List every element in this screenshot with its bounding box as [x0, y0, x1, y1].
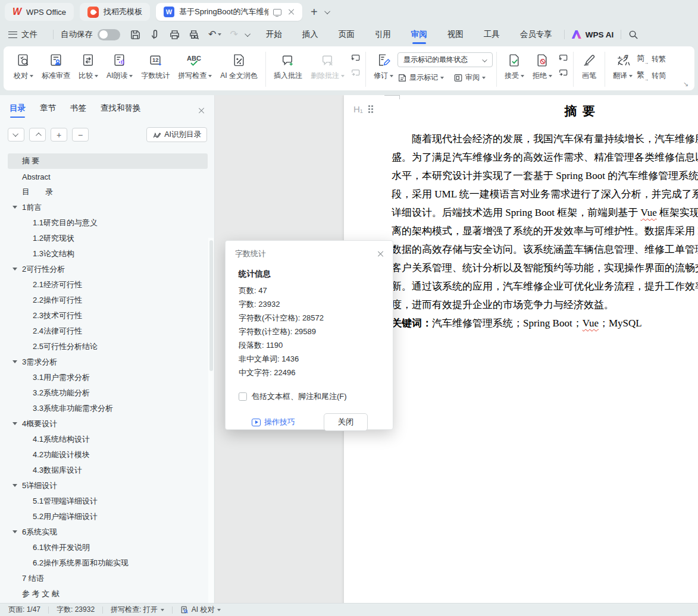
- toc-item[interactable]: 3.1用户需求分析: [8, 370, 208, 385]
- tab-wps-office[interactable]: W WPS Office: [5, 3, 74, 21]
- menu-tab-页面[interactable]: 页面: [339, 24, 355, 45]
- toc-item[interactable]: 摘 要: [8, 153, 208, 169]
- hamburger-menu-icon[interactable]: [8, 32, 17, 38]
- include-footnotes-option[interactable]: 包括文本框、脚注和尾注(F): [239, 391, 380, 402]
- ai-recognize-toc-button[interactable]: AI识别目录: [146, 127, 207, 142]
- menu-tab-视图[interactable]: 视图: [447, 24, 464, 45]
- toc-item[interactable]: 2.1经济可行性: [8, 277, 208, 293]
- delete-comment-button[interactable]: 删除批注: [306, 51, 349, 82]
- reject-button[interactable]: 拒绝: [528, 51, 556, 82]
- menu-tab-开始[interactable]: 开始: [266, 24, 282, 45]
- tab-docer-templates[interactable]: 找稻壳模板: [80, 3, 150, 21]
- toc-item[interactable]: 4概要设计: [8, 416, 208, 432]
- toc-item[interactable]: 5.1管理端详细设计: [8, 494, 208, 509]
- previous-comment-icon[interactable]: [350, 53, 361, 62]
- toc-item[interactable]: 1.1研究目的与意义: [8, 215, 208, 231]
- save-icon[interactable]: [130, 29, 141, 40]
- print-preview-icon[interactable]: [189, 29, 200, 40]
- toc-item[interactable]: 2.5可行性分析结论: [8, 339, 208, 354]
- toc-item[interactable]: 1前言: [8, 200, 208, 215]
- toc-item[interactable]: 致 谢: [8, 602, 208, 603]
- toc-item[interactable]: 2可行性分析: [8, 262, 208, 277]
- expand-all-button[interactable]: [8, 128, 24, 142]
- menu-tab-审阅[interactable]: 审阅: [411, 24, 427, 45]
- scrollbar-thumb[interactable]: [209, 240, 213, 371]
- ai-polish-button[interactable]: AI 全文润色: [216, 51, 262, 82]
- undo-icon[interactable]: ↶: [208, 30, 216, 39]
- page-indicator[interactable]: 页面: 1/47: [8, 605, 40, 615]
- menu-tab-插入[interactable]: 插入: [302, 24, 318, 45]
- close-button[interactable]: 关闭: [324, 413, 368, 431]
- ribbon-expand-icon[interactable]: ↘: [683, 80, 688, 88]
- show-markup-button[interactable]: 显示标记: [397, 73, 444, 83]
- tab-list-dropdown-icon[interactable]: [324, 8, 330, 14]
- toc-collapse-icon[interactable]: [12, 206, 17, 209]
- toc-item[interactable]: 7 结语: [8, 571, 208, 586]
- close-dialog-icon[interactable]: [377, 250, 384, 257]
- proofread-button[interactable]: 校对: [10, 51, 37, 82]
- translate-button[interactable]: A 翻译: [609, 51, 637, 82]
- toc-collapse-icon[interactable]: [12, 360, 17, 363]
- spell-check-button[interactable]: ABC 拼写检查: [174, 51, 216, 82]
- new-tab-button[interactable]: +: [308, 5, 320, 19]
- tab-current-document[interactable]: W 基于SpringBoot的汽车维修管: [156, 3, 302, 21]
- toc-collapse-icon[interactable]: [12, 484, 17, 487]
- toc-collapse-icon[interactable]: [12, 422, 17, 425]
- toc-item[interactable]: 参 考 文 献: [8, 586, 208, 602]
- menu-tab-会员专享[interactable]: 会员专享: [520, 24, 552, 45]
- open-in-window-icon[interactable]: [273, 9, 281, 15]
- toc-item[interactable]: 3.2系统功能分析: [8, 385, 208, 401]
- sidebar-tab-bookmarks[interactable]: 书签: [70, 103, 86, 118]
- file-menu[interactable]: 文件: [21, 29, 37, 40]
- to-simplified-button[interactable]: 繁→ 转简: [637, 71, 666, 81]
- toc-item[interactable]: 4.3数据库设计: [8, 463, 208, 478]
- toc-item[interactable]: 4.2功能设计模块: [8, 447, 208, 463]
- track-changes-button[interactable]: 修订: [370, 51, 397, 82]
- toc-item[interactable]: 目 录: [8, 184, 208, 200]
- toc-item[interactable]: 5详细设计: [8, 478, 208, 494]
- quickbar-more-icon[interactable]: [245, 31, 251, 37]
- zoom-out-outline-button[interactable]: −: [72, 128, 89, 142]
- toc-item[interactable]: 1.3论文结构: [8, 246, 208, 262]
- toc-item[interactable]: 4.1系统结构设计: [8, 432, 208, 447]
- sidebar-tab-contents[interactable]: 目录: [10, 103, 26, 118]
- undo-dropdown-icon[interactable]: [218, 33, 221, 36]
- previous-revision-icon[interactable]: [558, 53, 568, 62]
- toc-item[interactable]: 6.1软件开发说明: [8, 540, 208, 555]
- document-page[interactable]: H₁ 摘 要 随着现代社会经济的发展，我国汽车保有量持续增长，汽车维修服务盛。为…: [344, 95, 698, 603]
- checkbox-icon[interactable]: [239, 392, 247, 401]
- menu-tab-引用[interactable]: 引用: [375, 24, 391, 45]
- toc-item[interactable]: 2.4法律可行性: [8, 323, 208, 339]
- toc-item[interactable]: 3.3系统非功能需求分析: [8, 401, 208, 416]
- autosave-control[interactable]: 自动保存: [61, 29, 120, 40]
- next-revision-icon[interactable]: [558, 68, 568, 77]
- print-icon[interactable]: [169, 29, 180, 40]
- sidebar-scrollbar[interactable]: [208, 238, 214, 603]
- insert-comment-button[interactable]: 插入批注: [270, 51, 306, 82]
- word-count-button[interactable]: 12 字数统计: [137, 51, 174, 82]
- toc-item[interactable]: 6系统实现: [8, 524, 208, 540]
- toc-collapse-icon[interactable]: [12, 268, 17, 271]
- toc-item[interactable]: 3需求分析: [8, 354, 208, 370]
- toc-item[interactable]: 2.3技术可行性: [8, 308, 208, 323]
- to-traditional-button[interactable]: 简→ 转繁: [637, 54, 666, 64]
- redo-icon[interactable]: ↷: [230, 30, 237, 39]
- toc-item[interactable]: 1.2研究现状: [8, 231, 208, 246]
- export-pdf-icon[interactable]: [149, 29, 161, 40]
- autosave-toggle[interactable]: [98, 29, 120, 40]
- next-comment-icon[interactable]: [350, 68, 361, 77]
- toc-item[interactable]: 5.2用户端详细设计: [8, 509, 208, 524]
- abstract-paragraph[interactable]: 随着现代社会经济的发展，我国汽车保有量持续增长，汽车维修服务盛。为了满足汽车维修…: [392, 130, 698, 332]
- collapse-all-button[interactable]: [29, 128, 46, 142]
- close-sidebar-icon[interactable]: [198, 107, 205, 114]
- sidebar-tab-find-replace[interactable]: 查找和替换: [101, 103, 141, 118]
- brush-button[interactable]: 画笔: [577, 51, 601, 82]
- toc-item[interactable]: 2.2操作可行性: [8, 293, 208, 308]
- standard-review-button[interactable]: 标准审查: [37, 51, 74, 82]
- accept-button[interactable]: 接受: [500, 51, 528, 82]
- menu-tab-工具[interactable]: 工具: [484, 24, 500, 45]
- search-icon[interactable]: [628, 30, 638, 40]
- compare-button[interactable]: 比较: [74, 51, 102, 82]
- ai-proofread-status[interactable]: AI 校对: [180, 605, 221, 615]
- word-count-indicator[interactable]: 字数: 23932: [57, 605, 95, 615]
